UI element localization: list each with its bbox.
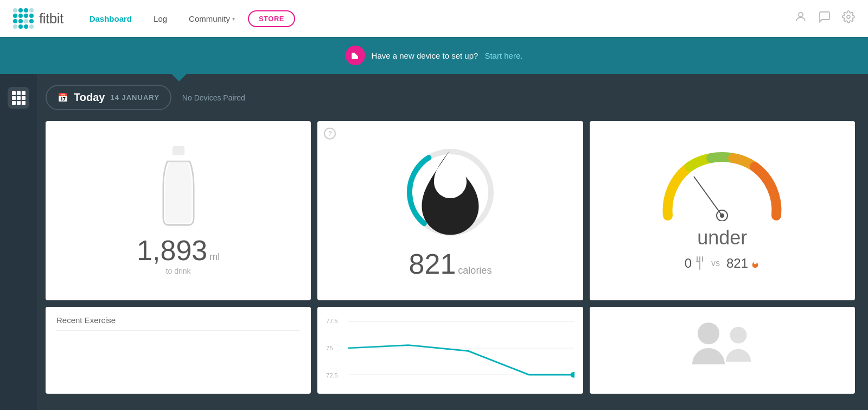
store-button[interactable]: STORE xyxy=(248,10,295,27)
flame-small-icon xyxy=(750,257,760,269)
main-content: 📅 Today 14 JANUARY No Devices Paired xyxy=(0,74,868,410)
calories-ring xyxy=(401,143,499,241)
logo-dot xyxy=(18,14,23,18)
logo-dots xyxy=(13,8,34,29)
svg-point-18 xyxy=(730,326,747,343)
calories-card[interactable]: ? xyxy=(317,121,583,300)
nav-log[interactable]: Log xyxy=(145,10,176,28)
today-label: Today xyxy=(74,91,105,104)
water-unit: ml xyxy=(209,251,220,263)
logo-dot xyxy=(24,24,28,29)
calories-amount: 821 xyxy=(409,250,456,278)
water-label: to drink xyxy=(166,267,191,275)
chart-label-high: 77.5 xyxy=(326,318,337,324)
flame-icon xyxy=(401,141,499,243)
help-icon[interactable]: ? xyxy=(324,128,336,140)
svg-rect-9 xyxy=(699,256,700,265)
chart-label-mid: 75 xyxy=(326,345,337,351)
sidebar-grid-button[interactable] xyxy=(8,87,29,109)
logo-dot xyxy=(24,14,28,18)
content-area: 📅 Today 14 JANUARY No Devices Paired xyxy=(37,74,868,410)
settings-icon[interactable] xyxy=(842,10,855,27)
weight-card[interactable]: under 0 vs xyxy=(590,121,855,300)
grid-icon xyxy=(12,91,25,105)
svg-point-7 xyxy=(720,213,724,218)
chart-labels: 77.5 75 72.5 xyxy=(326,316,337,381)
logo-dot xyxy=(13,8,17,12)
sidebar xyxy=(0,74,37,410)
device-status: No Devices Paired xyxy=(182,93,245,102)
svg-rect-2 xyxy=(172,146,184,155)
logo-dot xyxy=(24,19,28,23)
nav-dashboard[interactable]: Dashboard xyxy=(81,10,141,28)
notification-bar: Have a new device to set up? Start here. xyxy=(0,37,868,74)
weight-chart: 77.5 75 72.5 xyxy=(326,316,574,381)
svg-rect-10 xyxy=(702,256,703,262)
bottom-card-grid: Recent Exercise 77.5 75 72.5 xyxy=(46,307,855,394)
recent-exercise-title: Recent Exercise xyxy=(56,316,300,331)
logo-dot xyxy=(18,24,23,29)
svg-point-1 xyxy=(847,15,850,18)
svg-rect-11 xyxy=(696,261,699,262)
svg-point-17 xyxy=(698,323,719,344)
logo-dot xyxy=(13,24,17,29)
logo-dot xyxy=(24,8,28,12)
weight-chart-card[interactable]: 77.5 75 72.5 xyxy=(317,307,583,394)
svg-rect-12 xyxy=(699,264,700,270)
burned-value: 821 xyxy=(726,256,748,271)
chart-label-low: 72.5 xyxy=(326,372,337,379)
food-calories: 0 xyxy=(685,256,705,271)
logo: fitbit xyxy=(13,8,63,29)
food-value: 0 xyxy=(685,256,692,271)
nav-community[interactable]: Community ▾ xyxy=(180,10,244,28)
date-bar: 📅 Today 14 JANUARY No Devices Paired xyxy=(46,85,855,110)
svg-rect-8 xyxy=(697,256,698,262)
notification-text: Have a new device to set up? xyxy=(372,51,478,60)
weight-status: under xyxy=(697,226,747,249)
logo-dot xyxy=(18,8,23,12)
layout: 📅 Today 14 JANUARY No Devices Paired xyxy=(0,74,868,410)
device-icon xyxy=(346,46,365,65)
nav-right-icons xyxy=(794,10,855,27)
svg-line-5 xyxy=(694,176,722,216)
logo-text: fitbit xyxy=(39,10,63,27)
water-bottle-icon xyxy=(157,146,200,228)
logo-dot xyxy=(13,14,17,18)
logo-dot xyxy=(13,19,17,23)
chevron-down-icon: ▾ xyxy=(232,16,235,22)
fork-knife-icon xyxy=(695,256,705,270)
nav-links: Dashboard Log Community ▾ STORE xyxy=(81,10,794,28)
recent-exercise-card[interactable]: Recent Exercise xyxy=(46,307,311,394)
calendar-icon: 📅 xyxy=(58,92,68,103)
logo-dot xyxy=(18,19,23,23)
profile-icon[interactable] xyxy=(794,10,807,27)
logo-dot xyxy=(29,19,34,23)
vs-label: vs xyxy=(711,258,720,268)
messages-icon[interactable] xyxy=(818,10,831,27)
logo-dot xyxy=(29,14,34,18)
navbar: fitbit Dashboard Log Community ▾ STORE xyxy=(0,0,868,37)
weight-gauge xyxy=(657,150,787,221)
burned-calories: 821 xyxy=(726,256,760,271)
date-button[interactable]: 📅 Today 14 JANUARY xyxy=(46,85,171,110)
card-grid: 1,893 ml to drink ? xyxy=(46,121,855,300)
calories-unit: calories xyxy=(458,265,492,276)
weight-stats: 0 vs 821 xyxy=(685,256,760,271)
logo-dot xyxy=(29,8,34,12)
friend-silhouette-2 xyxy=(722,321,755,380)
friends-card[interactable] xyxy=(590,307,855,394)
svg-point-16 xyxy=(571,372,575,378)
date-label: 14 JANUARY xyxy=(110,93,159,102)
water-amount: 1,893 xyxy=(137,236,207,264)
svg-point-0 xyxy=(799,12,803,17)
logo-dot xyxy=(29,24,34,29)
notification-link[interactable]: Start here. xyxy=(484,51,522,60)
water-card[interactable]: 1,893 ml to drink xyxy=(46,121,311,300)
